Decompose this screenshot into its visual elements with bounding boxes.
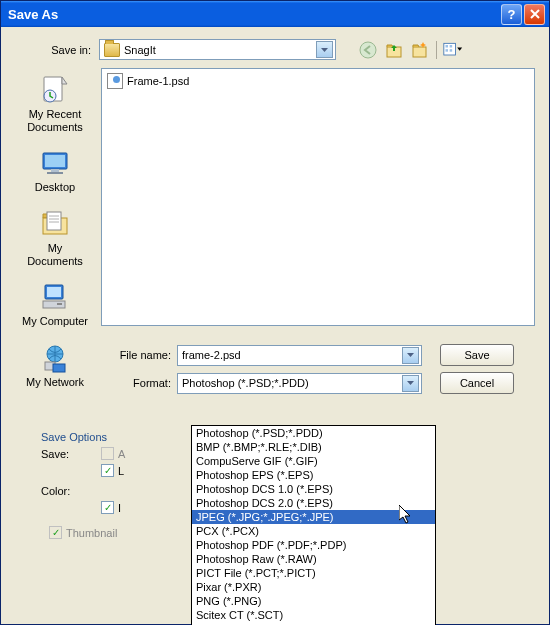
svg-rect-7 [450, 49, 453, 52]
layers-checkbox[interactable]: ✓ L [101, 464, 124, 477]
format-label: Format: [101, 377, 171, 389]
places-bar: My Recent Documents Desktop My Documents [15, 68, 95, 394]
format-option[interactable]: PICT File (*.PCT;*.PICT) [192, 566, 435, 580]
place-label: Desktop [35, 181, 75, 194]
savein-label: Save in: [33, 44, 91, 56]
filename-dropdown-button[interactable] [402, 347, 419, 364]
file-name: Frame-1.psd [127, 75, 189, 87]
format-option[interactable]: Pixar (*.PXR) [192, 580, 435, 594]
svg-rect-22 [53, 364, 65, 372]
filename-combo[interactable] [177, 345, 422, 366]
savein-dropdown-button[interactable] [316, 41, 333, 58]
svg-rect-15 [47, 212, 61, 230]
file-list[interactable]: Frame-1.psd [101, 68, 535, 326]
save-button[interactable]: Save [440, 344, 514, 366]
client-area: Save in: SnagIt [1, 27, 549, 624]
format-option[interactable]: Photoshop EPS (*.EPS) [192, 468, 435, 482]
place-desktop[interactable]: Desktop [17, 143, 93, 200]
svg-rect-19 [57, 303, 62, 305]
recent-icon [39, 74, 71, 106]
place-mydocuments[interactable]: My Documents [17, 204, 93, 273]
place-label: My Network [26, 376, 84, 389]
place-recent[interactable]: My Recent Documents [17, 70, 93, 139]
savein-row: Save in: SnagIt [33, 39, 535, 60]
svg-rect-6 [446, 49, 449, 52]
format-option[interactable]: Photoshop (*.PSD;*.PDD) [192, 426, 435, 440]
place-label: My Computer [22, 315, 88, 328]
checkbox-box: ✓ [101, 464, 114, 477]
format-option[interactable]: CompuServe GIF (*.GIF) [192, 454, 435, 468]
up-folder-icon[interactable] [384, 40, 404, 60]
main-row: My Recent Documents Desktop My Documents [15, 68, 535, 394]
svg-rect-17 [47, 287, 61, 297]
field-area: File name: Save Format: Photoshop (*.PS [101, 344, 535, 394]
svg-rect-12 [51, 169, 59, 172]
format-option[interactable]: PNG (*.PNG) [192, 594, 435, 608]
save-as-dialog: Save As ? Save in: SnagIt [0, 0, 550, 625]
right-column: Frame-1.psd File name: Save [101, 68, 535, 394]
filename-input[interactable] [182, 347, 402, 364]
format-option[interactable]: Photoshop Raw (*.RAW) [192, 552, 435, 566]
checkbox-box [101, 447, 114, 460]
mynetwork-icon [39, 342, 71, 374]
filename-row: File name: Save [101, 344, 535, 366]
format-option[interactable]: BMP (*.BMP;*.RLE;*.DIB) [192, 440, 435, 454]
titlebar: Save As ? [1, 1, 549, 27]
savein-combo[interactable]: SnagIt [99, 39, 336, 60]
close-button[interactable] [524, 4, 545, 25]
back-icon[interactable] [358, 40, 378, 60]
toolbar-divider [436, 41, 437, 59]
svg-rect-4 [446, 45, 449, 48]
checkbox-box: ✓ [101, 501, 114, 514]
format-dropdown-button[interactable] [402, 375, 419, 392]
format-row: Format: Photoshop (*.PSD;*.PDD) Cancel [101, 372, 535, 394]
thumbnail-label: Thumbnail [66, 527, 117, 539]
cancel-button[interactable]: Cancel [440, 372, 514, 394]
place-label: My Recent Documents [19, 108, 91, 133]
place-label: My Documents [19, 242, 91, 267]
svg-point-0 [360, 42, 376, 58]
cursor-icon [399, 505, 415, 529]
icc-checkbox[interactable]: ✓ I [101, 501, 121, 514]
layers-label: L [118, 465, 124, 477]
mycomputer-icon [39, 281, 71, 313]
folder-icon [104, 43, 120, 57]
svg-rect-13 [47, 172, 63, 174]
mydocuments-icon [39, 208, 71, 240]
format-combo[interactable]: Photoshop (*.PSD;*.PDD) [177, 373, 422, 394]
view-menu-icon[interactable] [443, 40, 463, 60]
as-copy-label: A [118, 448, 125, 460]
format-value: Photoshop (*.PSD;*.PDD) [182, 377, 402, 389]
psd-file-icon [107, 73, 123, 89]
nav-icons [358, 40, 463, 60]
svg-rect-5 [450, 45, 453, 48]
svg-rect-11 [45, 155, 65, 167]
file-item[interactable]: Frame-1.psd [105, 72, 531, 90]
new-folder-icon[interactable] [410, 40, 430, 60]
savein-value: SnagIt [124, 44, 312, 56]
checkbox-box: ✓ [49, 526, 62, 539]
place-mynetwork[interactable]: My Network [17, 338, 93, 395]
filename-label: File name: [101, 349, 171, 361]
svg-rect-2 [413, 47, 426, 57]
place-mycomputer[interactable]: My Computer [17, 277, 93, 334]
so-color-label: Color: [41, 485, 91, 497]
icc-label: I [118, 502, 121, 514]
format-option[interactable]: Photoshop DCS 1.0 (*.EPS) [192, 482, 435, 496]
desktop-icon [39, 147, 71, 179]
so-save-label: Save: [41, 448, 91, 460]
help-button[interactable]: ? [501, 4, 522, 25]
window-title: Save As [8, 7, 499, 22]
as-copy-checkbox: A [101, 447, 125, 460]
format-option[interactable]: Scitex CT (*.SCT) [192, 608, 435, 622]
thumbnail-checkbox: ✓ Thumbnail [49, 526, 117, 539]
format-option[interactable]: Photoshop PDF (*.PDF;*.PDP) [192, 538, 435, 552]
